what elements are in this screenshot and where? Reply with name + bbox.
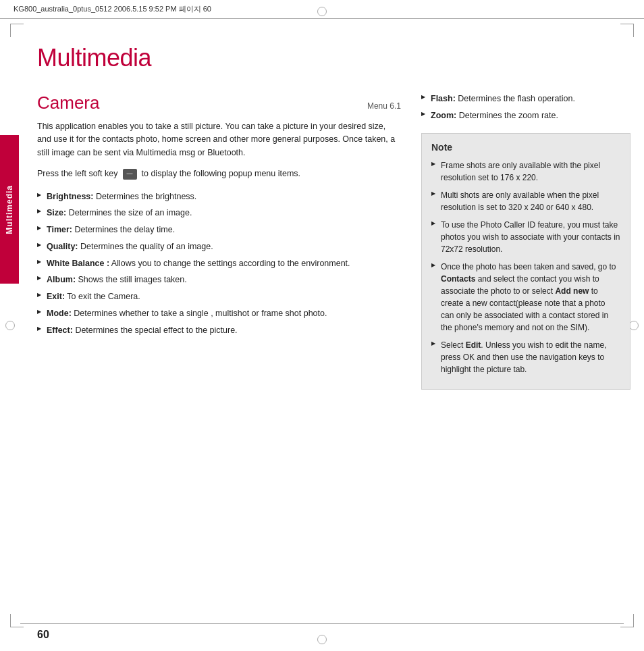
list-item: Album: Shows the still images taken. — [37, 274, 401, 286]
item-bold: Album: — [47, 275, 76, 284]
bottom-line — [20, 623, 624, 624]
item-bold: Flash: — [431, 94, 456, 103]
item-text: Determines the special effect to the pic… — [73, 326, 238, 335]
list-item: Size: Determines the size of an image. — [37, 207, 401, 219]
two-col-layout: Camera Menu 6.1 This application enables… — [37, 93, 630, 617]
note-list: Frame shots are only available with the … — [431, 159, 620, 375]
header-text: KG800_australia_0ptus_0512 2006.5.15 9:5… — [14, 4, 211, 14]
note-item: Multi shots are only available when the … — [431, 189, 620, 213]
page-container: KG800_australia_0ptus_0512 2006.5.15 9:5… — [0, 0, 644, 651]
item-text: Determines the brightness. — [93, 192, 196, 201]
item-bold: White Balance : — [47, 259, 109, 268]
note-item: Select Edit. Unless you wish to edit the… — [431, 339, 620, 375]
intro-text: This application enables you to take a s… — [37, 120, 401, 159]
corner-mark-bl — [10, 614, 24, 627]
list-item: Quality: Determines the quality of an im… — [37, 240, 401, 253]
item-bold: Brightness: — [47, 192, 93, 201]
item-bold: Effect: — [47, 326, 73, 335]
item-bold: Mode: — [47, 309, 72, 318]
item-bold: Zoom: — [431, 111, 456, 120]
reg-mark-right — [629, 321, 639, 330]
item-bold: Quality: — [47, 242, 78, 251]
list-item: Zoom: Determines the zoom rate. — [421, 109, 630, 122]
press-key-after: to display the following popup menu item… — [142, 167, 301, 180]
item-bold: Exit: — [47, 292, 65, 301]
item-text: To exit the Camera. — [65, 292, 140, 301]
page-number: 60 — [37, 629, 49, 641]
list-item: Exit: To exit the Camera. — [37, 290, 401, 303]
section-header: Camera Menu 6.1 — [37, 93, 401, 113]
item-text: Determines the quality of an image. — [78, 242, 213, 251]
page-title: Multimedia — [37, 44, 630, 72]
corner-mark-tl — [10, 24, 24, 37]
note-item: To use the Photo Caller ID feature, you … — [431, 219, 620, 255]
item-text: Determines the flash operation. — [456, 94, 575, 103]
item-bold: Timer: — [47, 225, 72, 234]
right-feature-list: Flash: Determines the flash operation. Z… — [421, 93, 630, 122]
note-item: Once the photo has been taken and saved,… — [431, 261, 620, 334]
right-column: Flash: Determines the flash operation. Z… — [421, 93, 630, 617]
list-item: Flash: Determines the flash operation. — [421, 93, 630, 105]
item-bold: Size: — [47, 208, 66, 217]
list-item: Timer: Determines the delay time. — [37, 224, 401, 236]
left-column: Camera Menu 6.1 This application enables… — [37, 93, 401, 617]
key-icon: — — [123, 169, 137, 180]
item-text: Determines the zoom rate. — [456, 111, 558, 120]
menu-label: Menu 6.1 — [367, 101, 401, 111]
main-content: Multimedia Camera Menu 6.1 This applicat… — [37, 30, 630, 617]
list-item: Effect: Determines the special effect to… — [37, 324, 401, 337]
press-key-line: Press the left soft key — to display the… — [37, 167, 401, 180]
list-item: Mode: Determines whether to take a singl… — [37, 307, 401, 320]
reg-mark-left — [5, 321, 15, 330]
note-box: Note Frame shots are only available with… — [421, 133, 630, 390]
item-text: Allows you to change the settings accord… — [109, 259, 350, 268]
reg-mark-bottom — [317, 635, 327, 644]
list-item: White Balance : Allows you to change the… — [37, 257, 401, 270]
item-text: Determines the delay time. — [72, 225, 175, 234]
item-text: Shows the still images taken. — [76, 275, 187, 284]
side-tab-label: Multimedia — [5, 185, 14, 234]
note-item: Frame shots are only available with the … — [431, 159, 620, 184]
note-title: Note — [431, 142, 620, 153]
item-text: Determines the size of an image. — [66, 208, 192, 217]
press-key-before: Press the left soft key — [37, 167, 118, 180]
section-title: Camera — [37, 93, 99, 113]
list-item: Brightness: Determines the brightness. — [37, 190, 401, 203]
side-tab: Multimedia — [0, 135, 19, 284]
item-text: Determines whether to take a single , mu… — [72, 309, 327, 318]
reg-mark-top — [317, 7, 327, 16]
feature-list: Brightness: Determines the brightness. S… — [37, 190, 401, 337]
